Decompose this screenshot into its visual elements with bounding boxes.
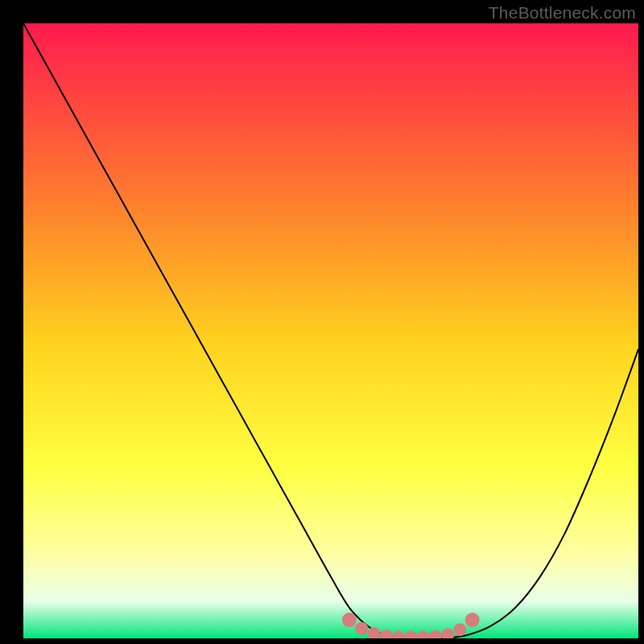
marker-dot	[342, 613, 357, 627]
watermark-text: TheBottleneck.com	[489, 3, 636, 23]
plot-area	[23, 23, 638, 638]
marker-dot	[355, 622, 368, 635]
chart-frame: TheBottleneck.com	[0, 0, 644, 644]
marker-dot	[453, 623, 466, 636]
marker-dot	[465, 613, 480, 627]
gradient-background	[23, 23, 638, 638]
bottleneck-chart	[23, 23, 638, 638]
